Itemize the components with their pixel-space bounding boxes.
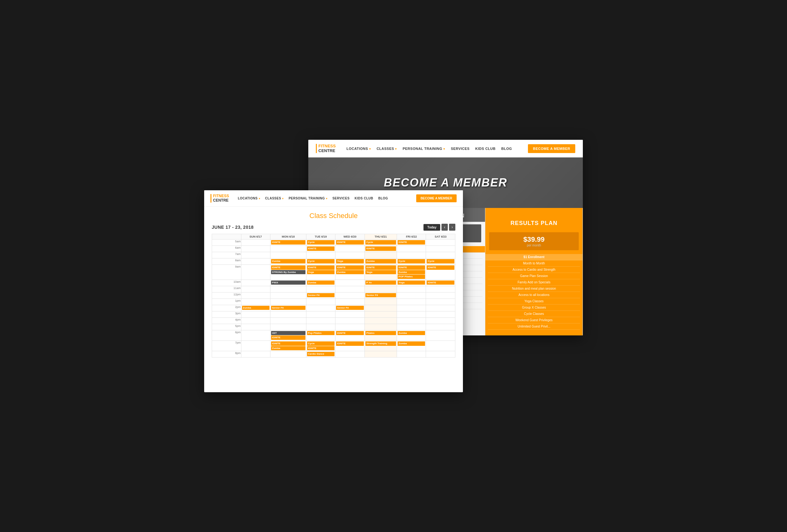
- sat-6pm: [426, 330, 455, 340]
- nav-locations-back[interactable]: LOCATIONS ▾: [346, 147, 371, 150]
- class-zumba[interactable]: Zumba: [242, 306, 270, 310]
- class-ignite[interactable]: IGNITE: [271, 335, 305, 340]
- class-senior-fit[interactable]: Senior Fit: [307, 293, 335, 298]
- row-6am: 6am IGNITE IGNITE: [212, 246, 455, 252]
- class-yoga[interactable]: Yoga: [336, 259, 364, 263]
- mon-5am: IGNITE: [271, 239, 306, 246]
- nav-kids-club-back[interactable]: KIDS CLUB: [475, 147, 495, 150]
- class-senior-fit[interactable]: Senior Fit: [365, 293, 396, 298]
- fri-4pm: [397, 317, 426, 324]
- class-pop-pilates[interactable]: POP Pilates: [398, 275, 425, 279]
- class-ignite[interactable]: IGNITE: [271, 240, 305, 244]
- today-button[interactable]: Today: [424, 224, 440, 231]
- class-zumba[interactable]: Zumba: [398, 270, 425, 275]
- class-ignite[interactable]: IGNITE: [365, 247, 396, 251]
- class-ignite[interactable]: IGNITE: [398, 265, 425, 270]
- nav-personal-training-back[interactable]: PERSONAL TRAINING ▾: [403, 147, 445, 150]
- wed-5pm: [336, 324, 365, 330]
- sun-5pm: [241, 324, 271, 330]
- become-member-button-back[interactable]: Become a Member: [528, 144, 575, 153]
- class-pyo[interactable]: P Yo: [365, 280, 396, 285]
- class-ignite[interactable]: IGNITE: [427, 280, 454, 285]
- prev-week-button[interactable]: ‹: [442, 224, 448, 231]
- class-ignite[interactable]: IGNITE: [336, 331, 364, 335]
- sat-11am: [426, 286, 455, 292]
- nav-personal-training-front[interactable]: PERSONAL TRAINING ▾: [289, 197, 327, 200]
- class-hiit[interactable]: HIIT: [271, 331, 305, 335]
- class-ignite[interactable]: IGNITE: [271, 341, 305, 346]
- class-zumba[interactable]: Zumba: [398, 341, 425, 346]
- row-11am: 11am: [212, 286, 455, 292]
- wed-11am: [336, 286, 365, 292]
- class-zumba[interactable]: Zumba: [365, 259, 396, 263]
- class-ignite[interactable]: IGNITE: [307, 346, 335, 350]
- class-zumba[interactable]: Zumba: [307, 280, 335, 285]
- class-cycle[interactable]: Cycle: [365, 240, 396, 244]
- class-ignite[interactable]: IGNITE: [336, 265, 364, 270]
- front-logo[interactable]: FITNESS CENTRE: [211, 194, 229, 202]
- class-zumba[interactable]: Zumba: [271, 259, 305, 263]
- fri-5pm: [397, 324, 426, 330]
- class-strength-training[interactable]: Strength Training: [365, 341, 396, 346]
- class-cardio-dance[interactable]: Cardio Dance: [307, 352, 335, 356]
- nav-kids-club-front[interactable]: KIDS CLUB: [355, 197, 373, 200]
- class-p90x[interactable]: P90X: [271, 280, 305, 285]
- wed-12pm: [336, 292, 365, 298]
- class-cycle[interactable]: Cycle: [307, 259, 335, 263]
- class-strong-zumba[interactable]: STRONG By Zumba: [271, 270, 305, 275]
- class-ignite[interactable]: IGNITE: [336, 341, 364, 346]
- class-cycle[interactable]: Cycle: [427, 259, 454, 263]
- become-member-button-front[interactable]: Become a Member: [416, 194, 456, 202]
- results-plan-col: — MOST POPULAR — RESULTS PLAN $39.99 per…: [485, 208, 583, 335]
- class-zumba[interactable]: Zumba: [271, 346, 305, 350]
- class-ignite[interactable]: IGNITE: [427, 265, 454, 270]
- nav-services-front[interactable]: SERVICES: [332, 197, 349, 200]
- mon-7pm: IGNITE Zumba: [271, 340, 306, 351]
- class-cycle[interactable]: Cycle: [398, 259, 425, 263]
- nav-classes-back[interactable]: CLASSES ▾: [377, 147, 397, 150]
- class-zumba[interactable]: Zumba: [398, 331, 425, 335]
- sun-7am: [241, 252, 271, 258]
- class-ignite[interactable]: IGNITE: [307, 265, 335, 270]
- class-ignite[interactable]: IGNITE: [336, 240, 364, 244]
- class-cycle[interactable]: Cycle: [307, 240, 335, 244]
- class-yoga[interactable]: Yoga: [365, 270, 396, 275]
- hero-title: BECOME A MEMBER: [384, 176, 507, 189]
- class-ignite[interactable]: IGNITE: [365, 265, 396, 270]
- results-plan-name: RESULTS PLAN: [489, 220, 579, 227]
- schedule-controls: Today ‹ ›: [424, 224, 455, 231]
- class-pilates[interactable]: Pilates: [365, 331, 396, 335]
- sun-5am: [241, 239, 271, 246]
- time-6am: 6am: [212, 246, 241, 252]
- wed-7pm: IGNITE: [336, 340, 365, 351]
- class-senior-fit[interactable]: Senior Fit: [336, 306, 364, 310]
- fri-7pm: Zumba: [397, 340, 426, 351]
- schedule-title: Class Schedule: [212, 212, 455, 220]
- nav-blog-front[interactable]: BLOG: [378, 197, 388, 200]
- class-zumba[interactable]: Zumba: [336, 270, 364, 275]
- back-logo[interactable]: FITNESS CENTRE: [316, 144, 336, 153]
- class-ignite[interactable]: IGNITE: [271, 265, 305, 270]
- tue-8pm: Cardio Dance: [306, 351, 336, 358]
- sat-header: Sat 6/23: [426, 234, 455, 239]
- class-yoga[interactable]: Yoga: [398, 280, 425, 285]
- nav-blog-back[interactable]: BLOG: [501, 147, 512, 150]
- wed-1pm: [336, 298, 365, 305]
- res-cycle: Cycle Classes: [488, 311, 580, 317]
- class-yoga[interactable]: Yoga: [307, 270, 335, 275]
- class-senior-fit[interactable]: Senior Fit: [271, 306, 305, 310]
- logo-fitness-text: FITNESS: [318, 144, 336, 148]
- res-weekend: Weekend Guest Privileges: [488, 317, 580, 323]
- class-cycle[interactable]: Cycle: [307, 341, 335, 346]
- class-pop-pilates[interactable]: Pop Pilates: [307, 331, 335, 335]
- class-ignite[interactable]: IGNITE: [307, 247, 335, 251]
- row-7pm: 7pm IGNITE Zumba Cycle IGNITE IGNITE Str…: [212, 340, 455, 351]
- nav-locations-front[interactable]: LOCATIONS ▾: [238, 197, 260, 200]
- sun-3pm: [241, 311, 271, 317]
- next-week-button[interactable]: ›: [449, 224, 455, 231]
- thu-4pm: [364, 317, 397, 324]
- thu-7am: [364, 252, 397, 258]
- class-ignite[interactable]: IGNITE: [398, 240, 425, 244]
- nav-services-back[interactable]: SERVICES: [451, 147, 470, 150]
- nav-classes-front[interactable]: CLASSES ▾: [265, 197, 284, 200]
